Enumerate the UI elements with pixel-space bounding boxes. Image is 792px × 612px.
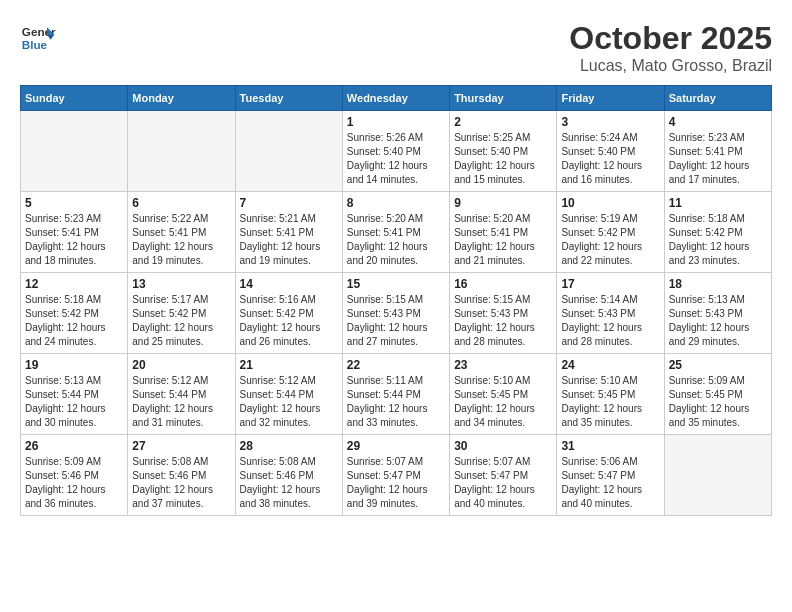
day-number: 22: [347, 358, 445, 372]
day-number: 31: [561, 439, 659, 453]
day-info: Sunrise: 5:13 AMSunset: 5:43 PMDaylight:…: [669, 293, 767, 349]
day-number: 3: [561, 115, 659, 129]
calendar-day-cell: 1Sunrise: 5:26 AMSunset: 5:40 PMDaylight…: [342, 111, 449, 192]
day-info: Sunrise: 5:08 AMSunset: 5:46 PMDaylight:…: [240, 455, 338, 511]
day-number: 27: [132, 439, 230, 453]
day-info: Sunrise: 5:06 AMSunset: 5:47 PMDaylight:…: [561, 455, 659, 511]
day-info: Sunrise: 5:14 AMSunset: 5:43 PMDaylight:…: [561, 293, 659, 349]
calendar-day-cell: 23Sunrise: 5:10 AMSunset: 5:45 PMDayligh…: [450, 354, 557, 435]
calendar-day-cell: 24Sunrise: 5:10 AMSunset: 5:45 PMDayligh…: [557, 354, 664, 435]
day-number: 14: [240, 277, 338, 291]
calendar-day-cell: 11Sunrise: 5:18 AMSunset: 5:42 PMDayligh…: [664, 192, 771, 273]
calendar-day-cell: 31Sunrise: 5:06 AMSunset: 5:47 PMDayligh…: [557, 435, 664, 516]
day-number: 23: [454, 358, 552, 372]
title-area: October 2025 Lucas, Mato Grosso, Brazil: [569, 20, 772, 75]
logo-icon: General Blue: [20, 20, 56, 56]
weekday-header: Sunday: [21, 86, 128, 111]
day-info: Sunrise: 5:20 AMSunset: 5:41 PMDaylight:…: [454, 212, 552, 268]
day-info: Sunrise: 5:17 AMSunset: 5:42 PMDaylight:…: [132, 293, 230, 349]
calendar-day-cell: 7Sunrise: 5:21 AMSunset: 5:41 PMDaylight…: [235, 192, 342, 273]
svg-text:Blue: Blue: [22, 38, 48, 51]
calendar-table: SundayMondayTuesdayWednesdayThursdayFrid…: [20, 85, 772, 516]
calendar-day-cell: 2Sunrise: 5:25 AMSunset: 5:40 PMDaylight…: [450, 111, 557, 192]
day-info: Sunrise: 5:24 AMSunset: 5:40 PMDaylight:…: [561, 131, 659, 187]
calendar-day-cell: 5Sunrise: 5:23 AMSunset: 5:41 PMDaylight…: [21, 192, 128, 273]
weekday-header: Tuesday: [235, 86, 342, 111]
calendar-day-cell: 27Sunrise: 5:08 AMSunset: 5:46 PMDayligh…: [128, 435, 235, 516]
calendar-day-cell: 28Sunrise: 5:08 AMSunset: 5:46 PMDayligh…: [235, 435, 342, 516]
day-info: Sunrise: 5:21 AMSunset: 5:41 PMDaylight:…: [240, 212, 338, 268]
calendar-day-cell: 12Sunrise: 5:18 AMSunset: 5:42 PMDayligh…: [21, 273, 128, 354]
page-header: General Blue October 2025 Lucas, Mato Gr…: [20, 20, 772, 75]
day-number: 28: [240, 439, 338, 453]
weekday-header: Saturday: [664, 86, 771, 111]
day-info: Sunrise: 5:10 AMSunset: 5:45 PMDaylight:…: [454, 374, 552, 430]
calendar-day-cell: 22Sunrise: 5:11 AMSunset: 5:44 PMDayligh…: [342, 354, 449, 435]
day-number: 1: [347, 115, 445, 129]
calendar-day-cell: 19Sunrise: 5:13 AMSunset: 5:44 PMDayligh…: [21, 354, 128, 435]
logo: General Blue: [20, 20, 56, 56]
calendar-day-cell: 21Sunrise: 5:12 AMSunset: 5:44 PMDayligh…: [235, 354, 342, 435]
calendar-day-cell: 30Sunrise: 5:07 AMSunset: 5:47 PMDayligh…: [450, 435, 557, 516]
day-number: 9: [454, 196, 552, 210]
day-info: Sunrise: 5:18 AMSunset: 5:42 PMDaylight:…: [669, 212, 767, 268]
day-number: 10: [561, 196, 659, 210]
day-number: 17: [561, 277, 659, 291]
calendar-day-cell: [664, 435, 771, 516]
calendar-week-row: 19Sunrise: 5:13 AMSunset: 5:44 PMDayligh…: [21, 354, 772, 435]
day-number: 21: [240, 358, 338, 372]
day-info: Sunrise: 5:09 AMSunset: 5:46 PMDaylight:…: [25, 455, 123, 511]
calendar-week-row: 1Sunrise: 5:26 AMSunset: 5:40 PMDaylight…: [21, 111, 772, 192]
day-info: Sunrise: 5:09 AMSunset: 5:45 PMDaylight:…: [669, 374, 767, 430]
day-number: 11: [669, 196, 767, 210]
calendar-day-cell: [21, 111, 128, 192]
calendar-day-cell: 6Sunrise: 5:22 AMSunset: 5:41 PMDaylight…: [128, 192, 235, 273]
calendar-day-cell: 3Sunrise: 5:24 AMSunset: 5:40 PMDaylight…: [557, 111, 664, 192]
day-number: 6: [132, 196, 230, 210]
day-number: 4: [669, 115, 767, 129]
day-number: 5: [25, 196, 123, 210]
day-number: 25: [669, 358, 767, 372]
day-number: 8: [347, 196, 445, 210]
day-info: Sunrise: 5:10 AMSunset: 5:45 PMDaylight:…: [561, 374, 659, 430]
calendar-day-cell: 14Sunrise: 5:16 AMSunset: 5:42 PMDayligh…: [235, 273, 342, 354]
day-number: 16: [454, 277, 552, 291]
calendar-day-cell: 18Sunrise: 5:13 AMSunset: 5:43 PMDayligh…: [664, 273, 771, 354]
day-info: Sunrise: 5:11 AMSunset: 5:44 PMDaylight:…: [347, 374, 445, 430]
day-info: Sunrise: 5:22 AMSunset: 5:41 PMDaylight:…: [132, 212, 230, 268]
day-info: Sunrise: 5:12 AMSunset: 5:44 PMDaylight:…: [132, 374, 230, 430]
weekday-header: Friday: [557, 86, 664, 111]
day-info: Sunrise: 5:16 AMSunset: 5:42 PMDaylight:…: [240, 293, 338, 349]
calendar-day-cell: 16Sunrise: 5:15 AMSunset: 5:43 PMDayligh…: [450, 273, 557, 354]
day-number: 7: [240, 196, 338, 210]
calendar-day-cell: 29Sunrise: 5:07 AMSunset: 5:47 PMDayligh…: [342, 435, 449, 516]
weekday-header: Thursday: [450, 86, 557, 111]
day-number: 2: [454, 115, 552, 129]
day-info: Sunrise: 5:23 AMSunset: 5:41 PMDaylight:…: [669, 131, 767, 187]
calendar-day-cell: 17Sunrise: 5:14 AMSunset: 5:43 PMDayligh…: [557, 273, 664, 354]
calendar-day-cell: [128, 111, 235, 192]
day-info: Sunrise: 5:23 AMSunset: 5:41 PMDaylight:…: [25, 212, 123, 268]
calendar-day-cell: [235, 111, 342, 192]
day-number: 30: [454, 439, 552, 453]
day-info: Sunrise: 5:15 AMSunset: 5:43 PMDaylight:…: [454, 293, 552, 349]
day-info: Sunrise: 5:13 AMSunset: 5:44 PMDaylight:…: [25, 374, 123, 430]
day-number: 29: [347, 439, 445, 453]
calendar-day-cell: 25Sunrise: 5:09 AMSunset: 5:45 PMDayligh…: [664, 354, 771, 435]
day-number: 24: [561, 358, 659, 372]
calendar-day-cell: 4Sunrise: 5:23 AMSunset: 5:41 PMDaylight…: [664, 111, 771, 192]
calendar-day-cell: 26Sunrise: 5:09 AMSunset: 5:46 PMDayligh…: [21, 435, 128, 516]
calendar-day-cell: 10Sunrise: 5:19 AMSunset: 5:42 PMDayligh…: [557, 192, 664, 273]
day-info: Sunrise: 5:20 AMSunset: 5:41 PMDaylight:…: [347, 212, 445, 268]
day-info: Sunrise: 5:07 AMSunset: 5:47 PMDaylight:…: [347, 455, 445, 511]
day-info: Sunrise: 5:19 AMSunset: 5:42 PMDaylight:…: [561, 212, 659, 268]
day-info: Sunrise: 5:26 AMSunset: 5:40 PMDaylight:…: [347, 131, 445, 187]
calendar-day-cell: 20Sunrise: 5:12 AMSunset: 5:44 PMDayligh…: [128, 354, 235, 435]
day-number: 18: [669, 277, 767, 291]
day-info: Sunrise: 5:07 AMSunset: 5:47 PMDaylight:…: [454, 455, 552, 511]
calendar-day-cell: 13Sunrise: 5:17 AMSunset: 5:42 PMDayligh…: [128, 273, 235, 354]
calendar-day-cell: 9Sunrise: 5:20 AMSunset: 5:41 PMDaylight…: [450, 192, 557, 273]
day-number: 12: [25, 277, 123, 291]
calendar-week-row: 26Sunrise: 5:09 AMSunset: 5:46 PMDayligh…: [21, 435, 772, 516]
calendar-week-row: 12Sunrise: 5:18 AMSunset: 5:42 PMDayligh…: [21, 273, 772, 354]
